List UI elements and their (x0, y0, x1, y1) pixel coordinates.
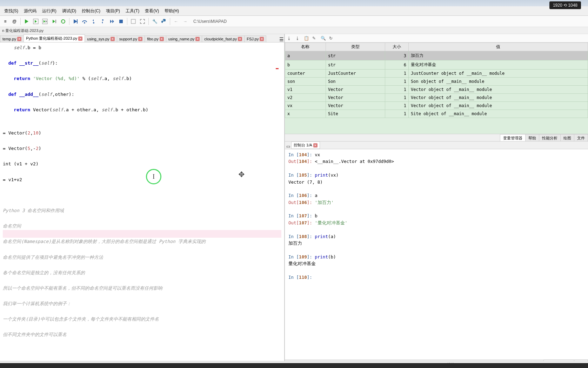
svg-rect-7 (119, 20, 123, 23)
table-header[interactable]: 大小 (385, 43, 408, 51)
continue-icon[interactable] (108, 18, 116, 25)
right-pane-tabs: 变量管理器 帮助 性能分析 绘图 文件 (285, 134, 588, 142)
variable-row[interactable]: xSite1Site object of __main__ module (285, 110, 588, 118)
refresh-icon[interactable]: ↻ (329, 36, 334, 41)
close-icon[interactable]: × (78, 37, 82, 41)
copy-icon[interactable]: 📋 (304, 36, 309, 41)
table-header[interactable]: 类型 (326, 43, 385, 51)
working-dir: C:\Users\MIAPAD (193, 19, 227, 24)
svg-rect-2 (55, 20, 56, 23)
variable-row[interactable]: v2Vector1Vector object of __main__ modul… (285, 94, 588, 102)
save-icon[interactable]: ⭳ (287, 36, 292, 41)
svg-point-9 (163, 19, 163, 20)
svg-point-5 (93, 22, 94, 24)
editor-tab[interactable]: cloudpickle_fast.py× (202, 35, 245, 42)
tab-profiler[interactable]: 性能分析 (539, 134, 561, 141)
maximize-icon[interactable] (139, 18, 146, 25)
menu-view[interactable]: 查看(V) (142, 7, 162, 15)
step-into-icon[interactable] (90, 18, 98, 25)
breadcrumb: n 量化编程基础-2023.py (0, 27, 588, 34)
editor-tab[interactable]: temp.py× (0, 35, 24, 42)
variable-row[interactable]: astr3加百力 (285, 51, 588, 60)
variable-row[interactable]: counterJustCounter1JustCounter object of… (285, 70, 588, 78)
search-icon[interactable]: 🔍 (321, 36, 326, 41)
table-header[interactable]: 值 (408, 43, 588, 51)
code-editor[interactable]: self.b = b def __str__(self): return 'Ve… (0, 42, 284, 367)
stop-icon[interactable] (117, 18, 125, 25)
tab-plots[interactable]: 绘图 (560, 134, 574, 141)
rerun-icon[interactable] (59, 18, 67, 25)
editor-tab[interactable]: FSJ.py× (244, 35, 266, 42)
menu-tools[interactable]: 工具(T) (123, 7, 142, 15)
close-icon[interactable]: × (138, 37, 142, 41)
step-over-icon[interactable] (81, 18, 88, 25)
tab-help[interactable]: 帮助 (525, 134, 539, 141)
run-selection-icon[interactable] (50, 18, 58, 25)
table-header[interactable]: 名称 (285, 43, 326, 51)
close-icon[interactable]: × (313, 143, 318, 147)
variable-row[interactable]: sonSon1Son object of __main__ module (285, 78, 588, 86)
step-out-icon[interactable] (99, 18, 107, 25)
close-icon[interactable]: × (260, 37, 264, 41)
menubar: 查找(S) 源代码 运行(R) 调试(D) 控制台(C) 项目(P) 工具(T)… (0, 6, 588, 16)
toolbar: ≡ @ 🔧 ← → C:\Users\MIAPAD (0, 16, 588, 27)
cursor-highlight-ring: I (146, 169, 161, 184)
editor-tab[interactable]: support.py× (117, 35, 145, 42)
ipython-console[interactable]: In [104]: vxOut[104]: <__main__.Vector a… (285, 149, 588, 360)
debug-icon[interactable] (72, 18, 79, 25)
run-icon[interactable] (23, 18, 31, 25)
variable-row[interactable]: v1Vector1Vector object of __main__ modul… (285, 86, 588, 94)
screen-dimension-badge: 1920 ⟲ 1048 (549, 1, 581, 9)
menu-source[interactable]: 源代码 (21, 7, 39, 15)
console-menu-icon[interactable]: ▭ (286, 144, 291, 149)
tab-menu-icon[interactable]: ☰ (279, 37, 284, 42)
move-cursor-icon: ✥ (239, 165, 245, 182)
variable-toolbar: ⭳ ⭳ 📋 ✎ 🔍 ↻ (285, 34, 588, 42)
close-icon[interactable]: × (160, 37, 164, 41)
outline-icon[interactable]: ≡ (1, 18, 9, 25)
svg-rect-8 (131, 19, 135, 24)
svg-point-6 (102, 19, 103, 21)
python-icon[interactable] (160, 18, 168, 25)
tab-variable-explorer[interactable]: 变量管理器 (500, 134, 526, 141)
menu-project[interactable]: 项目(P) (103, 7, 123, 15)
close-icon[interactable]: × (195, 37, 200, 41)
wrench-icon[interactable]: 🔧 (151, 18, 159, 25)
close-icon[interactable]: × (111, 37, 115, 41)
menu-debug[interactable]: 调试(D) (59, 7, 79, 15)
run-cell-next-icon[interactable] (41, 18, 49, 25)
svg-rect-3 (77, 19, 78, 24)
editor-tab[interactable]: using_name.py× (166, 35, 202, 42)
close-icon[interactable]: × (238, 37, 242, 41)
close-icon[interactable]: × (17, 37, 21, 41)
cell-icon[interactable] (129, 18, 137, 25)
editor-tab[interactable]: using_sys.py× (85, 35, 117, 42)
editor-tab[interactable]: fibo.py× (145, 35, 166, 42)
menu-help[interactable]: 帮助(H) (162, 7, 182, 15)
error-marker (276, 68, 279, 69)
console-tab-1[interactable]: 控制台 1/A × (291, 142, 320, 149)
run-cell-icon[interactable] (32, 18, 40, 25)
forward-icon[interactable]: → (181, 18, 189, 25)
variable-row[interactable]: vxVector1Vector object of __main__ modul… (285, 102, 588, 110)
edit-icon[interactable]: ✎ (312, 36, 317, 41)
variable-row[interactable]: bstr6量化对冲基金 (285, 60, 588, 70)
back-icon[interactable]: ← (172, 18, 180, 25)
variable-explorer[interactable]: 名称类型大小值astr3加百力bstr6量化对冲基金counterJustCou… (285, 42, 588, 134)
tab-files[interactable]: 文件 (574, 134, 588, 141)
editor-tabs: temp.py×Python 量化编程基础-2023.py×using_sys.… (0, 34, 284, 42)
at-icon[interactable]: @ (11, 18, 18, 25)
menu-run[interactable]: 运行(R) (39, 7, 59, 15)
menu-find[interactable]: 查找(S) (1, 7, 21, 15)
menu-console[interactable]: 控制台(C) (79, 7, 103, 15)
editor-tab[interactable]: Python 量化编程基础-2023.py× (24, 34, 85, 42)
svg-point-4 (84, 22, 85, 24)
console-tabs: ▭ 控制台 1/A × (285, 142, 588, 149)
save-all-icon[interactable]: ⭳ (295, 36, 300, 41)
